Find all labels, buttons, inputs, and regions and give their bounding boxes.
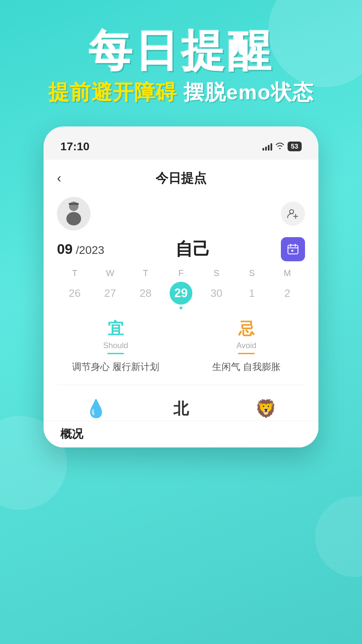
profile-name: 自己 bbox=[104, 237, 281, 261]
svg-rect-10 bbox=[291, 250, 293, 252]
date-name-row: 09 /2023 自己 bbox=[57, 237, 305, 261]
phone-mockup: 17:10 53 ‹ 今日提点 bbox=[44, 126, 318, 447]
bottom-tab[interactable]: 概况 bbox=[44, 421, 318, 447]
avoid-column: 忌 Avoid 生闲气 自我膨胀 bbox=[188, 318, 305, 375]
week-calendar: TWTFSSM 262728293012 bbox=[57, 268, 305, 305]
week-date[interactable]: 27 bbox=[93, 283, 128, 304]
should-column: 宜 Should 调节身心 履行新计划 bbox=[57, 318, 174, 375]
date-display: 09 /2023 bbox=[57, 241, 104, 257]
week-date[interactable]: 2 bbox=[269, 283, 305, 304]
date-year: /2023 bbox=[76, 244, 104, 256]
svg-point-3 bbox=[290, 210, 294, 214]
status-bar: 17:10 53 bbox=[44, 137, 318, 153]
back-button[interactable]: ‹ bbox=[57, 171, 61, 185]
week-day-label: T bbox=[128, 268, 163, 278]
svg-point-1 bbox=[66, 212, 81, 225]
subtitle: 提前避开障碍 摆脱emo状态 bbox=[0, 78, 362, 106]
avatar[interactable] bbox=[57, 197, 90, 230]
week-date[interactable]: 26 bbox=[57, 283, 93, 304]
tab-label: 概况 bbox=[60, 426, 83, 442]
nav-title: 今日提点 bbox=[156, 170, 206, 187]
subtitle-yellow: 提前避开障碍 bbox=[48, 80, 177, 104]
week-day-label: S bbox=[199, 268, 234, 278]
svg-rect-2 bbox=[69, 203, 79, 205]
avoid-header-cn: 忌 bbox=[188, 318, 305, 339]
should-underline bbox=[107, 353, 124, 354]
avoid-underline bbox=[238, 353, 255, 354]
date-month: 09 bbox=[57, 241, 73, 257]
add-person-button[interactable] bbox=[281, 202, 305, 226]
battery-badge: 53 bbox=[288, 142, 302, 151]
signal-icon bbox=[262, 143, 272, 151]
week-day-label: W bbox=[93, 268, 128, 278]
svg-rect-6 bbox=[288, 245, 298, 254]
week-day-label: M bbox=[269, 268, 305, 278]
week-date[interactable]: 1 bbox=[234, 283, 270, 304]
wifi-icon bbox=[276, 142, 284, 151]
profile-section bbox=[57, 197, 305, 230]
lucky-star-icon: 🦁 bbox=[255, 398, 277, 419]
calendar-button[interactable] bbox=[281, 237, 305, 261]
week-day-label: S bbox=[234, 268, 270, 278]
week-date[interactable]: 29 bbox=[170, 282, 192, 305]
avoid-header-en: Avoid bbox=[188, 341, 305, 350]
week-date[interactable]: 30 bbox=[199, 283, 234, 304]
week-date[interactable]: 28 bbox=[128, 283, 163, 304]
status-icons: 53 bbox=[262, 142, 302, 151]
week-dates[interactable]: 262728293012 bbox=[57, 282, 305, 305]
should-items: 调节身心 履行新计划 bbox=[57, 360, 174, 375]
week-day-label: T bbox=[57, 268, 93, 278]
week-days-header: TWTFSSM bbox=[57, 268, 305, 278]
main-title: 每日提醒 bbox=[0, 27, 362, 75]
bg-circle-bottom-right bbox=[315, 496, 362, 577]
status-time: 17:10 bbox=[60, 140, 89, 153]
app-content: ‹ 今日提点 bbox=[44, 160, 318, 447]
lucky-direction-value: 北 bbox=[173, 398, 189, 419]
header-section: 每日提醒 提前避开障碍 摆脱emo状态 bbox=[0, 0, 362, 106]
nav-bar: ‹ 今日提点 bbox=[57, 170, 305, 187]
avoid-items: 生闲气 自我膨胀 bbox=[188, 360, 305, 375]
lucky-color-icon: 💧 bbox=[85, 398, 107, 419]
subtitle-white: 摆脱emo状态 bbox=[183, 80, 314, 104]
week-day-label: F bbox=[163, 268, 199, 278]
should-header-cn: 宜 bbox=[57, 318, 174, 339]
should-header-en: Should bbox=[57, 341, 174, 350]
should-avoid-section: 宜 Should 调节身心 履行新计划 忌 Avoid 生闲气 自我膨胀 bbox=[57, 318, 305, 385]
